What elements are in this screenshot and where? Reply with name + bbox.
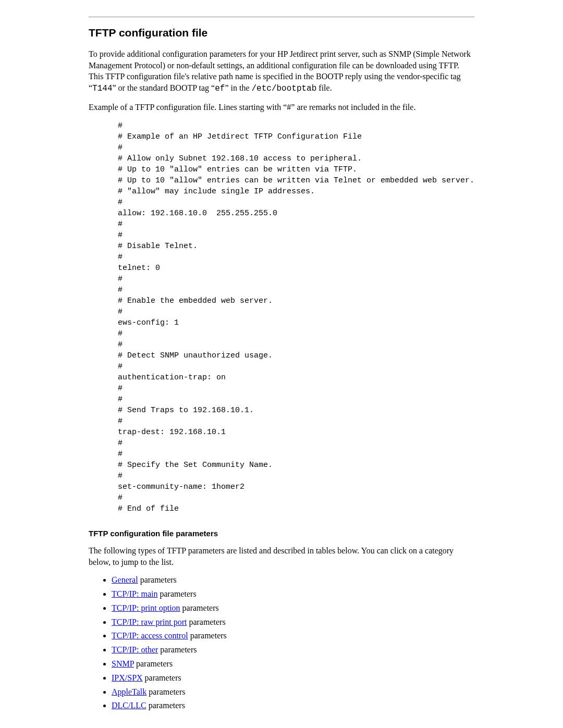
list-item: TCP/IP: main parameters <box>112 589 474 600</box>
link-dlc-llc[interactable]: DLC/LLC <box>112 701 146 710</box>
intro-text-b: ” or the standard BOOTP tag “ <box>113 83 215 92</box>
list-item: DLC/LLC parameters <box>112 700 474 711</box>
list-item-suffix: parameters <box>157 589 196 598</box>
list-item-suffix: parameters <box>146 687 185 696</box>
list-item-suffix: parameters <box>146 701 185 710</box>
parameter-category-list: General parameters TCP/IP: main paramete… <box>89 575 474 711</box>
section-divider <box>89 17 474 17</box>
list-item-suffix: parameters <box>158 645 197 654</box>
link-general[interactable]: General <box>112 575 138 584</box>
list-item: TCP/IP: access control parameters <box>112 631 474 641</box>
section-title: TFTP configuration file <box>89 27 474 39</box>
code-bootptab-path: /etc/bootptab <box>252 84 317 93</box>
link-ipx-spx[interactable]: IPX/SPX <box>112 673 143 682</box>
link-tcpip-other[interactable]: TCP/IP: other <box>112 645 158 654</box>
intro-text-c: ” in the <box>225 83 251 92</box>
list-item: TCP/IP: raw print port parameters <box>112 617 474 628</box>
list-item: TCP/IP: other parameters <box>112 645 474 656</box>
list-item: SNMP parameters <box>112 659 474 670</box>
link-appletalk[interactable]: AppleTalk <box>112 687 146 696</box>
list-item-suffix: parameters <box>187 618 225 626</box>
list-item: TCP/IP: print option parameters <box>112 603 474 614</box>
list-item-suffix: parameters <box>134 659 173 668</box>
list-item-suffix: parameters <box>180 603 219 612</box>
list-item: IPX/SPX parameters <box>112 673 474 684</box>
link-tcpip-raw-print-port[interactable]: TCP/IP: raw print port <box>112 618 187 626</box>
intro-paragraph-2: Example of a TFTP configuration file. Li… <box>89 102 474 113</box>
list-item: AppleTalk parameters <box>112 687 474 698</box>
subsection-title: TFTP configuration file parameters <box>89 529 474 538</box>
code-t144: T144 <box>92 84 112 93</box>
list-item-suffix: parameters <box>188 631 227 640</box>
code-ef: ef <box>215 84 225 93</box>
list-item: General parameters <box>112 575 474 586</box>
intro-text-d: file. <box>316 83 332 92</box>
subsection-intro: The following types of TFTP parameters a… <box>89 545 474 567</box>
list-item-suffix: parameters <box>143 673 181 682</box>
list-item-suffix: parameters <box>138 575 177 584</box>
link-tcpip-print-option[interactable]: TCP/IP: print option <box>112 603 180 612</box>
intro-paragraph-1: To provide additional configuration para… <box>89 48 474 94</box>
link-tcpip-main[interactable]: TCP/IP: main <box>112 589 157 598</box>
tftp-config-example: # # Example of an HP Jetdirect TFTP Conf… <box>118 120 474 514</box>
link-snmp[interactable]: SNMP <box>112 659 134 668</box>
link-tcpip-access-control[interactable]: TCP/IP: access control <box>112 631 188 640</box>
